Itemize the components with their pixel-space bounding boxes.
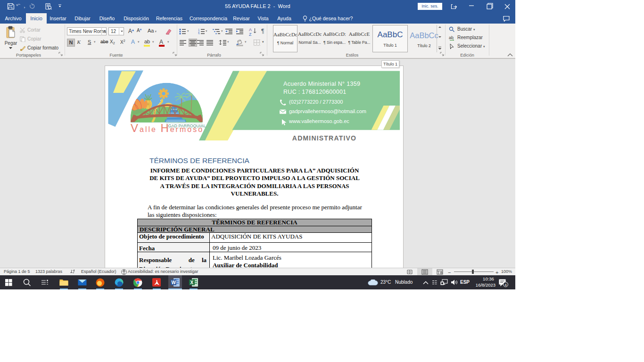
svg-text:3: 3 (198, 33, 200, 34)
svg-text:(02)2773220 / 2773300: (02)2773220 / 2773300 (289, 99, 343, 105)
svg-text:RUC : 1768120600001: RUC : 1768120600001 (283, 89, 347, 95)
svg-text:gadprvallehermoso@hotmail.com: gadprvallehermoso@hotmail.com (289, 108, 366, 114)
svg-text:www.vallehermoso.gob.ec: www.vallehermoso.gob.ec (289, 118, 349, 124)
svg-text:W: W (172, 280, 176, 285)
svg-text:4: 4 (504, 283, 507, 287)
svg-text:X: X (190, 280, 194, 285)
svg-text:Acuerdo Ministerial N° 1359: Acuerdo Ministerial N° 1359 (283, 81, 360, 87)
